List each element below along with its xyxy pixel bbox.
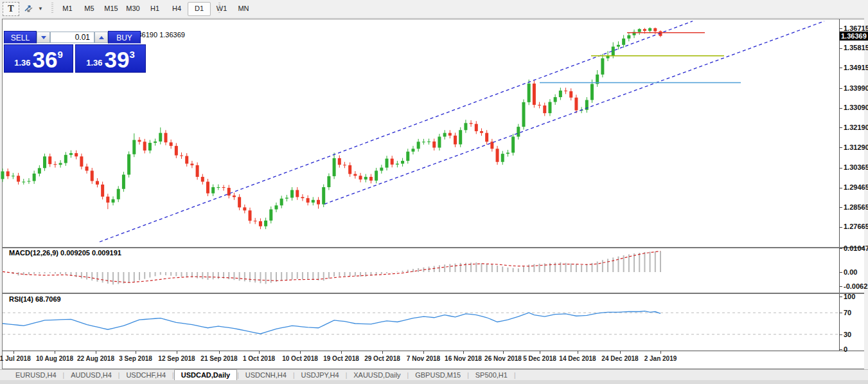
date-tick-label: 19 Oct 2018 [323,355,359,362]
price-tick-label: 1.35815 [844,44,868,52]
chart-tab-eurusd-h4[interactable]: EURUSD,H4 [9,370,63,380]
price-tick-mark [840,168,842,169]
price-tick-label: 1.30365 [844,163,868,172]
chart-tab-audusd-h4[interactable]: AUDUSD,H4 [64,370,118,380]
indicator-tick-mark [840,248,842,249]
date-tick-mark [423,351,424,354]
date-tick-label: 10 Aug 2018 [36,355,73,362]
indicator-tick-label: -0.006218 [844,282,868,291]
date-tick-label: 10 Oct 2018 [282,355,318,362]
date-tick-label: 3 Sep 2018 [119,355,152,362]
date-tick-mark [177,351,177,354]
buy-button[interactable]: BUY [108,31,141,44]
date-tick-mark [13,351,14,354]
price-tick-label: 1.33090 [844,104,868,112]
date-tick-label: 24 Dec 2018 [601,355,638,362]
date-tick-mark [660,351,661,354]
price-tick-mark [840,68,842,68]
indicator-tick-mark [840,334,842,335]
date-tick-mark [578,351,578,354]
triangle-down-icon [41,36,46,39]
date-tick-mark [96,351,96,354]
price-tick-label: 1.28565 [844,203,868,212]
price-tick-label: 1.29465 [844,183,868,192]
date-tick-label: 16 Nov 2018 [445,355,482,362]
date-tick-label: 29 Oct 2018 [364,355,400,362]
window-bottom-border [0,380,868,384]
sell-price-prefix: 1.36 [14,58,30,68]
date-tick-mark [259,351,260,354]
indicator-tick-label: 70 [844,309,851,317]
price-tick-label: 1.31290 [844,143,868,152]
date-tick-label: 26 Nov 2018 [484,355,522,362]
price-tick-mark [840,48,842,49]
macd-indicator-label: MACD(12,26,9) 0.009205 0.009191 [9,249,121,257]
date-tick-mark [55,351,55,354]
buy-price-big: 39 [105,49,130,70]
price-tick-label: 1.33990 [844,84,868,93]
rsi-indicator-label: RSI(14) 68.7069 [9,295,61,303]
chart-tab-usdjpy-h4[interactable]: USDJPY,H4 [295,370,346,380]
chart-tab-sp500-h1[interactable]: SP500,H1 [469,370,514,380]
price-tick-label: 1.34915 [844,64,868,72]
indicator-tick-label: 30 [844,331,851,339]
price-tick-mark [840,28,842,29]
price-tick-mark [840,188,842,188]
date-tick-mark [136,351,136,354]
indicator-tick-mark [840,349,842,350]
price-tick-mark [840,147,842,148]
price-tick-mark [840,227,842,228]
indicator-tick-label: 0 [844,345,847,354]
indicator-tick-label: 0.010474 [844,244,868,253]
chart-tab-usdcnh-h4[interactable]: USDCNH,H4 [239,370,293,380]
price-tick-mark [840,207,842,208]
date-tick-mark [540,351,540,354]
mt4-window: T ▼ M1M5M15M30H1H4D1W1MN ▲USDCAD,Daily 1… [0,0,868,384]
price-tick-label: 1.27665 [844,223,868,231]
price-tick-mark [840,88,842,89]
date-tick-mark [463,351,464,354]
date-tick-label: 22 Aug 2018 [77,355,114,362]
date-tick-label: 5 Dec 2018 [523,355,556,362]
sell-price-sup: 9 [57,49,62,60]
price-tick-mark [840,108,842,109]
date-tick-mark [620,351,621,354]
sell-price-display[interactable]: 1.36 36 9 [4,44,73,73]
one-click-trading-panel: SELL BUY 1.36 36 9 1.36 39 3 [4,31,146,73]
chart-tab-usdchf-h4[interactable]: USDCHF,H4 [120,370,172,380]
lot-size-input[interactable] [50,32,94,43]
buy-price-sup: 3 [129,49,134,60]
chart-tab-bar: EURUSD,H4|AUDUSD,H4|USDCHF,H4|USDCAD,Dai… [0,369,868,380]
indicator-tick-mark [840,286,842,287]
date-tick-mark [300,351,301,354]
price-tick-label: 1.32190 [844,123,868,132]
indicator-tick-mark [840,297,842,297]
date-tick-label: 2 Jan 2019 [644,355,677,362]
indicator-tick-mark [840,313,842,313]
lot-decrease-button[interactable] [37,32,50,43]
buy-price-prefix: 1.36 [86,58,102,68]
chart-tab-gbpusd-m15[interactable]: GBPUSD,M15 [409,370,467,380]
current-price-tag: 1.36369 [840,32,868,41]
price-tick-mark [840,127,842,128]
buy-price-display[interactable]: 1.36 39 3 [75,44,146,73]
date-tick-label: 21 Sep 2018 [200,355,237,362]
sell-button[interactable]: SELL [4,31,37,44]
date-tick-label: 7 Nov 2018 [407,355,440,362]
date-tick-label: 12 Sep 2018 [158,355,195,362]
date-tick-mark [503,351,504,354]
tab-separator: | [514,372,516,379]
date-tick-mark [219,351,220,354]
sell-price-big: 36 [33,49,58,70]
indicator-tick-label: 100 [844,293,855,301]
indicator-tick-mark [840,272,842,273]
chart-tab-usdcad-daily[interactable]: USDCAD,Daily [174,369,237,381]
date-tick-mark [382,351,383,354]
date-tick-label: 31 Jul 2018 [0,355,31,362]
date-tick-label: 14 Dec 2018 [559,355,596,362]
chart-tab-xauusd-daily[interactable]: XAUUSD,Daily [347,370,407,380]
indicator-tick-label: 0.00 [844,268,857,277]
lot-increase-button[interactable] [94,32,108,43]
date-tick-mark [341,351,342,354]
date-tick-label: 1 Oct 2018 [243,355,275,362]
